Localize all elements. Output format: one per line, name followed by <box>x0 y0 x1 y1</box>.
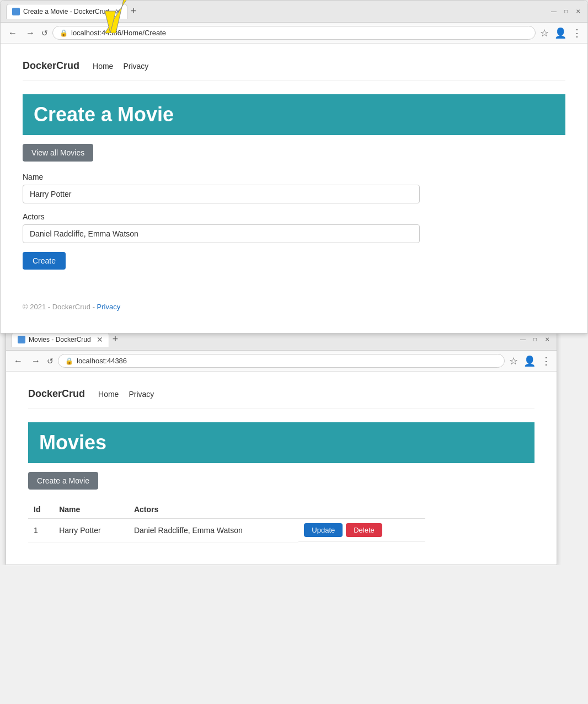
delete-button[interactable]: Delete <box>346 523 382 537</box>
page2-title: Movies <box>39 431 523 454</box>
maximize2-button[interactable]: □ <box>531 336 539 343</box>
minimize-button[interactable]: — <box>550 8 558 15</box>
navbar: DockerCrud Home Privacy <box>23 55 565 81</box>
page-footer: © 2021 - DockerCrud - Privacy <box>23 292 565 311</box>
tab2-close-icon[interactable]: ✕ <box>97 335 103 344</box>
refresh-button[interactable]: ↺ <box>41 29 48 37</box>
col-id: Id <box>28 501 54 519</box>
new-tab2-button[interactable]: + <box>113 334 119 345</box>
tab-close-icon[interactable]: ✕ <box>115 7 121 16</box>
nav2-home[interactable]: Home <box>98 390 119 399</box>
navbar-brand[interactable]: DockerCrud <box>23 60 79 72</box>
cell-name: Harry Potter <box>54 519 129 542</box>
footer-text: © 2021 - DockerCrud - <box>23 303 97 311</box>
forward2-button[interactable]: → <box>29 355 42 367</box>
menu2-icon[interactable]: ⋮ <box>541 355 551 367</box>
col-actors: Actors <box>129 501 298 519</box>
back2-button[interactable]: ← <box>12 355 25 367</box>
tab2-favicon <box>18 336 25 343</box>
tab-movies[interactable]: Movies - DockerCrud ✕ <box>12 332 109 347</box>
account-icon[interactable]: 👤 <box>554 27 566 39</box>
forward-button[interactable]: → <box>24 27 37 39</box>
movies-table: Id Name Actors 1 Harry Potter Daniel Rad… <box>28 501 425 542</box>
lock2-icon: 🔒 <box>65 357 73 365</box>
col-name: Name <box>54 501 129 519</box>
maximize-button[interactable]: □ <box>562 8 570 15</box>
navbar2-brand[interactable]: DockerCrud <box>28 388 85 400</box>
actors-label: Actors <box>23 212 565 221</box>
close2-button[interactable]: ✕ <box>543 336 551 343</box>
new-tab-button[interactable]: + <box>131 6 137 17</box>
create-movie-form: Name Actors Create <box>23 173 565 270</box>
col-actions <box>298 501 425 519</box>
refresh2-button[interactable]: ↺ <box>47 357 54 366</box>
name-label: Name <box>23 173 565 181</box>
navbar2: DockerCrud Home Privacy <box>28 383 534 409</box>
table-row: 1 Harry Potter Daniel Radcliffe, Emma Wa… <box>28 519 425 542</box>
page2-header-banner: Movies <box>28 422 534 463</box>
menu-icon[interactable]: ⋮ <box>572 27 582 39</box>
tab-create-movie[interactable]: Create a Movie - DockerCrud ✕ <box>6 4 127 19</box>
account2-icon[interactable]: 👤 <box>523 355 536 367</box>
cell-actors: Daniel Radcliffe, Emma Watson <box>129 519 298 542</box>
page-title: Create a Movie <box>34 103 554 126</box>
cell-actions: Update Delete <box>298 519 425 542</box>
close-button[interactable]: ✕ <box>574 8 582 15</box>
tab2-title: Movies - DockerCrud <box>29 336 91 343</box>
bookmark-icon[interactable]: ☆ <box>540 27 549 39</box>
nav-privacy[interactable]: Privacy <box>123 62 148 71</box>
tab-title: Create a Movie - DockerCrud <box>23 8 109 15</box>
tab-favicon <box>12 8 20 15</box>
name-input[interactable] <box>23 185 420 203</box>
lock-icon: 🔒 <box>60 29 68 37</box>
view-all-movies-button[interactable]: View all Movies <box>23 144 93 162</box>
back-button[interactable]: ← <box>6 27 19 39</box>
footer-privacy-link[interactable]: Privacy <box>97 303 121 311</box>
update-button[interactable]: Update <box>304 523 343 537</box>
cell-id: 1 <box>28 519 54 542</box>
address2-input[interactable] <box>77 357 498 365</box>
page-header-banner: Create a Movie <box>23 94 565 135</box>
actors-input[interactable] <box>23 224 420 243</box>
address-input[interactable] <box>71 29 528 37</box>
create-button[interactable]: Create <box>23 252 66 270</box>
minimize2-button[interactable]: — <box>519 336 527 343</box>
nav2-privacy[interactable]: Privacy <box>129 390 154 399</box>
create-movie-button[interactable]: Create a Movie <box>28 472 98 490</box>
nav-home[interactable]: Home <box>93 62 113 71</box>
bookmark2-icon[interactable]: ☆ <box>509 355 518 367</box>
